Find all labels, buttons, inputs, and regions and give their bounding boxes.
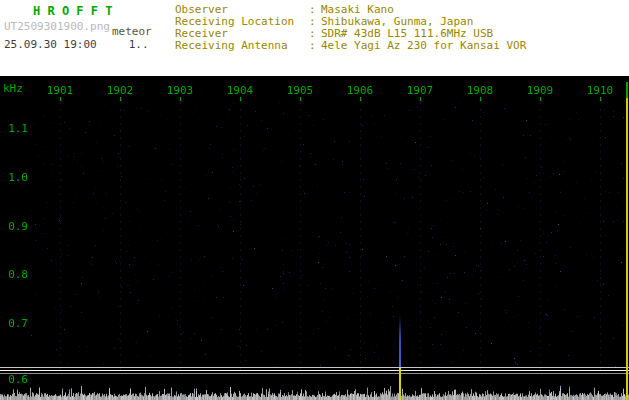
version-label: 1.. xyxy=(129,38,149,51)
info-label: Receiving Antenna xyxy=(175,40,309,52)
panel-separator-line xyxy=(0,370,629,371)
output-filename: UT2509301900.png xyxy=(4,20,110,33)
info-colon: : xyxy=(309,40,321,52)
info-row: Receiving Antenna : 4ele Yagi Az 230 for… xyxy=(175,40,526,52)
file-line: UT2509301900.pngmeteor xyxy=(4,20,152,33)
scan-edge-marker xyxy=(626,98,628,400)
meteor-echo-trace xyxy=(399,316,401,370)
level-noise-canvas xyxy=(0,378,629,400)
header: H R O F F T UT2509301900.pngmeteor 25.09… xyxy=(0,0,629,76)
y-tick-label: 0.8 xyxy=(4,268,28,281)
y-tick-label: 0.9 xyxy=(4,219,28,232)
signal-level-panel xyxy=(0,374,629,400)
y-axis: kHz 1.11.00.90.80.7 xyxy=(0,76,629,370)
spectrogram-panel: 1901190219031904190519061907190819091910… xyxy=(0,76,629,370)
y-tick-label-bottom: 0.6 xyxy=(4,373,28,386)
date-line: 25.09.30 19:001.. xyxy=(4,38,149,51)
hrofft-output: H R O F F T UT2509301900.pngmeteor 25.09… xyxy=(0,0,629,400)
y-tick-label: 1.0 xyxy=(4,170,28,183)
meteor-level-spike xyxy=(399,368,401,400)
info-value: 4ele Yagi Az 230 for Kansai VOR xyxy=(321,40,526,52)
y-tick-label: 0.7 xyxy=(4,317,28,330)
panel-separator-line xyxy=(0,367,629,368)
app-title: H R O F F T xyxy=(33,4,112,18)
y-tick-label: 1.1 xyxy=(4,122,28,135)
scan-edge-marker-top xyxy=(626,82,628,98)
y-axis-unit: kHz xyxy=(3,82,23,95)
station-info: Observer : Masaki Kano Receiving Locatio… xyxy=(175,4,526,52)
observatory-tag: meteor xyxy=(112,25,152,38)
capture-datetime: 25.09.30 19:00 xyxy=(4,38,97,51)
